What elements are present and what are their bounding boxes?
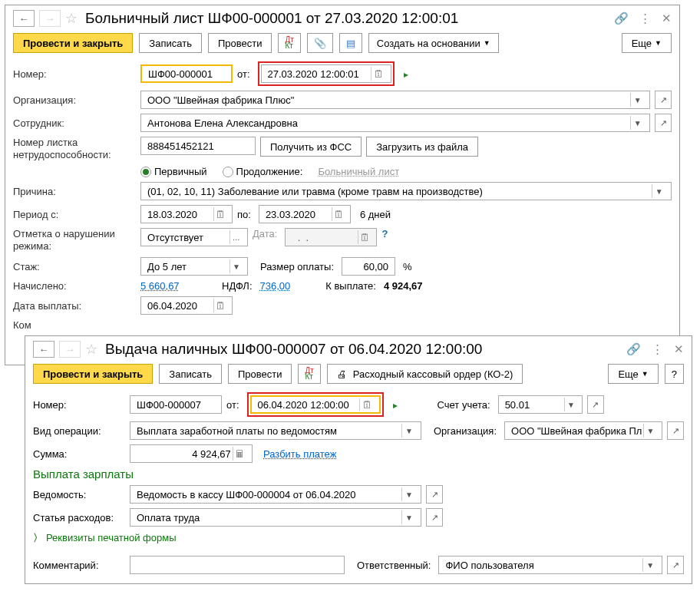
sheetnum-input[interactable] <box>140 137 256 155</box>
tree-icon <box>346 38 355 49</box>
post-button[interactable]: Провести <box>208 33 272 53</box>
flag-icon[interactable] <box>404 68 408 80</box>
create-based-button[interactable]: Создать на основании ▼ <box>368 33 499 53</box>
help-button[interactable]: ? <box>665 364 684 370</box>
dtkt-button[interactable]: ДтКт <box>298 364 320 370</box>
violation-input[interactable]: … <box>140 228 248 246</box>
period-to-input[interactable]: 🗓 <box>259 205 351 223</box>
paydate-label: Дата выплаты: <box>13 300 136 312</box>
more-button[interactable]: Еще ▼ <box>608 364 658 370</box>
payout-value: 4 924,67 <box>384 280 423 292</box>
load-file-button[interactable]: Загрузить из файла <box>366 137 478 157</box>
clip-icon <box>314 38 326 49</box>
sick-leave-window: ← → ☆ Больничный лист ШФ00-000001 от 27.… <box>5 5 680 365</box>
accrued-label: Начислено: <box>13 280 136 292</box>
period-to-label: по: <box>237 209 251 220</box>
window-title: Больничный лист ШФ00-000001 от 27.03.202… <box>85 10 609 27</box>
more-button[interactable]: Еще ▼ <box>622 33 672 53</box>
printer-icon <box>337 368 350 371</box>
comment-label-trunc: Ком <box>13 319 136 331</box>
post-and-close-button[interactable]: Провести и закрыть <box>33 364 153 370</box>
save-button[interactable]: Записать <box>139 33 202 53</box>
seniority-input[interactable]: ▼ <box>140 257 248 276</box>
nav-back-button[interactable]: ← <box>13 10 35 27</box>
payout-label: К выплате: <box>325 280 376 292</box>
violation-label: Отметка о нарушении режима: <box>13 228 136 253</box>
calendar-icon[interactable]: 🗓 <box>371 67 385 81</box>
link-icon[interactable]: 🔗 <box>614 12 629 25</box>
get-fss-button[interactable]: Получить из ФСС <box>260 137 362 157</box>
percent-sign: % <box>403 261 412 272</box>
org-label: Организация: <box>13 94 136 106</box>
calendar-icon[interactable]: 🗓 <box>332 207 345 221</box>
period-days: 6 дней <box>360 209 391 220</box>
payrate-label: Размер оплаты: <box>260 261 334 272</box>
attach-button[interactable] <box>307 33 333 53</box>
from-label: от: <box>237 68 250 80</box>
calendar-icon[interactable]: 🗓 <box>213 207 227 221</box>
number-label: Номер: <box>13 68 136 80</box>
emp-label: Сотрудник: <box>13 117 136 129</box>
number-input[interactable] <box>140 64 233 83</box>
sick-sheet-link[interactable]: Больничный лист <box>318 166 399 177</box>
payrate-input[interactable] <box>342 257 395 276</box>
period-label: Период с: <box>13 209 136 220</box>
reason-label: Причина: <box>13 186 136 197</box>
more-menu-icon[interactable]: ⋮ <box>652 345 663 354</box>
nav-forward-button[interactable]: → <box>39 10 61 27</box>
post-and-close-button[interactable]: Провести и закрыть <box>13 33 133 53</box>
structure-button[interactable] <box>339 33 362 53</box>
org-open-button[interactable]: ↗ <box>655 91 672 109</box>
nav-back-button[interactable]: ← <box>33 341 54 358</box>
reason-input[interactable]: ▼ <box>140 182 672 200</box>
dtkt-button[interactable]: ДтКт <box>278 33 300 53</box>
close-icon[interactable]: ✕ <box>674 342 684 356</box>
seniority-label: Стаж: <box>13 261 136 272</box>
ndfl-label: НДФЛ: <box>222 280 253 292</box>
date-input[interactable]: 🗓 <box>261 64 391 83</box>
sheetnum-label: Номер листка нетрудоспособности: <box>13 137 136 161</box>
radio-continuation[interactable]: Продолжение: <box>223 166 303 177</box>
more-menu-icon[interactable]: ⋮ <box>639 14 651 23</box>
favorite-star-icon[interactable]: ☆ <box>65 10 78 27</box>
print-ko2-button[interactable]: Расходный кассовый ордер (КО-2) <box>327 364 523 370</box>
post-button[interactable]: Провести <box>228 364 292 370</box>
window-title: Выдача наличных ШФ00-000007 от 06.04.202… <box>105 341 622 358</box>
accrued-link[interactable]: 5 660,67 <box>140 280 202 292</box>
favorite-star-icon[interactable]: ☆ <box>85 341 97 358</box>
emp-input[interactable]: ▼ <box>140 114 650 132</box>
paydate-input[interactable]: 🗓 <box>140 296 233 315</box>
link-icon[interactable]: 🔗 <box>626 342 641 356</box>
violation-date-input: 🗓 <box>285 228 377 246</box>
close-icon[interactable]: ✕ <box>662 12 672 25</box>
period-from-input[interactable]: 🗓 <box>140 205 233 223</box>
calendar-icon[interactable]: 🗓 <box>213 299 227 312</box>
org-input[interactable]: ▼ <box>140 91 650 109</box>
save-button[interactable]: Записать <box>159 364 222 370</box>
violation-date-label: Дата: <box>253 228 277 239</box>
help-icon[interactable]: ? <box>381 228 388 239</box>
cash-out-window: ← → ☆ Выдача наличных ШФ00-000007 от 06.… <box>25 335 692 370</box>
radio-primary[interactable]: Первичный <box>140 166 207 177</box>
nav-forward-button[interactable]: → <box>59 341 81 358</box>
emp-open-button[interactable]: ↗ <box>655 114 672 132</box>
ndfl-link[interactable]: 736,00 <box>260 280 291 292</box>
